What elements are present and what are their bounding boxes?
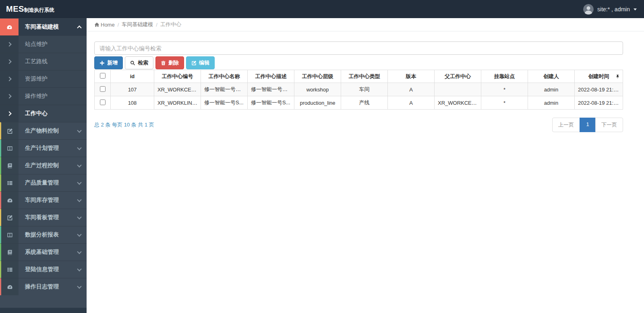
- search-input[interactable]: [94, 41, 623, 55]
- cell: *: [481, 96, 528, 110]
- user-menu[interactable]: site:* , admin: [576, 0, 644, 18]
- col-header-name[interactable]: 工作中心名称: [201, 70, 248, 83]
- chevron-up-icon: [77, 25, 81, 30]
- sidebar-item-data-analysis-reports[interactable]: 数据分析报表: [0, 226, 87, 243]
- sidebar-item-label: 生产物料控制: [25, 127, 78, 135]
- search-button-label: 检索: [138, 59, 148, 66]
- cell: A: [388, 96, 435, 110]
- breadcrumb-home-link[interactable]: Home: [94, 22, 115, 28]
- col-header-station[interactable]: 挂靠站点: [481, 70, 528, 83]
- chevron-right-icon: [0, 70, 19, 87]
- col-header-desc[interactable]: 工作中心描述: [248, 70, 294, 83]
- sidebar-item-production-plan-management[interactable]: 生产计划管理: [0, 139, 87, 157]
- search-button[interactable]: 检索: [125, 56, 153, 69]
- table-row[interactable]: 107 XR_WORKCEN... 修一智能一号车间 修一智能一号车间 work…: [95, 83, 623, 96]
- subitem-label: 资源维护: [25, 75, 81, 83]
- main-content: Home / 车间基础建模 / 工作中心 新增 检索 删除: [87, 18, 644, 313]
- chevron-right-icon: [0, 36, 19, 53]
- chevron-down-icon: [77, 215, 81, 219]
- toolbar: 新增 检索 删除 编辑: [94, 56, 623, 69]
- cell: 车间: [341, 83, 388, 96]
- cell: admin: [528, 96, 575, 110]
- avatar: [583, 4, 594, 15]
- app-window: MES制造执行系统 site:* , admin 车间基础建模: [0, 0, 644, 313]
- sidebar-item-label: 操作日志管理: [25, 283, 78, 290]
- sidebar-menu: 车间基础建模 站点维护 工艺路线 资源维护 操作维护: [0, 18, 87, 295]
- book-icon: [1, 244, 19, 261]
- app-logo: MES制造执行系统: [0, 4, 87, 14]
- cell: 108: [111, 96, 154, 110]
- sidebar-item-workshop-kanban-management[interactable]: 车间看板管理: [0, 209, 87, 226]
- sidebar-item-system-base-management[interactable]: 系统基础管理: [0, 243, 87, 261]
- cell: [435, 83, 481, 96]
- cell: [95, 96, 111, 110]
- sidebar-subitem-process-route[interactable]: 工艺路线: [0, 53, 87, 70]
- chevron-down-icon: [77, 128, 81, 133]
- sidebar-bottom-strip: [0, 308, 87, 313]
- table-row[interactable]: 108 XR_WORKLINE... 修一智能一号S... 修一智能一号S...…: [95, 96, 623, 110]
- cell: *: [481, 83, 528, 96]
- delete-button[interactable]: 删除: [155, 56, 184, 69]
- sidebar-subitem-operation-maintenance[interactable]: 操作维护: [0, 87, 87, 105]
- cell: 产线: [341, 96, 388, 110]
- row-checkbox[interactable]: [100, 86, 106, 92]
- col-header-version[interactable]: 版本: [388, 70, 435, 83]
- sidebar-item-login-info-management[interactable]: 登陆信息管理: [0, 261, 87, 278]
- edit-button[interactable]: 编辑: [186, 56, 215, 69]
- cell: A: [388, 83, 435, 96]
- col-header-level[interactable]: 工作中心层级: [294, 70, 341, 83]
- row-checkbox[interactable]: [100, 99, 106, 105]
- sidebar-subitem-station-maintenance[interactable]: 站点维护: [0, 35, 87, 53]
- breadcrumb-section-link[interactable]: 车间基础建模: [122, 21, 153, 28]
- select-all-checkbox[interactable]: [100, 73, 106, 79]
- pagination-summary[interactable]: 总 2 条 每页 10 条 共 1 页: [94, 121, 154, 129]
- pagination: 总 2 条 每页 10 条 共 1 页 上一页 1 下一页: [94, 118, 623, 132]
- plus-icon: [99, 60, 105, 66]
- sidebar-item-product-quality-management[interactable]: 产品质量管理: [0, 174, 87, 191]
- col-header-created[interactable]: 创建时间: [575, 70, 623, 83]
- chevron-down-icon: [77, 197, 81, 202]
- subitem-label: 操作维护: [25, 93, 81, 100]
- cell: 2022-08-19 21:1...: [575, 83, 623, 96]
- col-header-id[interactable]: id: [111, 70, 154, 83]
- add-button[interactable]: 新增: [94, 56, 123, 69]
- brand-bold: MES: [6, 4, 24, 13]
- sidebar-subitem-work-center[interactable]: 工作中心: [0, 105, 87, 122]
- page-1-button[interactable]: 1: [580, 118, 596, 132]
- subitem-label: 站点维护: [25, 41, 81, 48]
- sidebar-item-workshop-base-modeling[interactable]: 车间基础建模: [0, 18, 87, 35]
- sidebar-item-operation-log-management[interactable]: 操作日志管理: [0, 278, 87, 295]
- list-icon: [1, 174, 19, 191]
- sidebar: 车间基础建模 站点维护 工艺路线 资源维护 操作维护: [0, 18, 87, 313]
- col-header-creator[interactable]: 创建人: [528, 70, 575, 83]
- cell: workshop: [294, 83, 341, 96]
- col-header-type[interactable]: 工作中心类型: [341, 70, 388, 83]
- sidebar-item-label: 产品质量管理: [25, 179, 78, 187]
- sidebar-item-workshop-inventory-management[interactable]: 车间库存管理: [0, 191, 87, 209]
- sidebar-item-label: 登陆信息管理: [25, 266, 78, 273]
- sidebar-item-label: 车间看板管理: [25, 214, 78, 221]
- col-header-parent[interactable]: 父工作中心: [435, 70, 481, 83]
- cell: XR_WORKCEN...: [154, 83, 201, 96]
- edit-square-icon: [1, 122, 19, 139]
- cell: 修一智能一号S...: [201, 96, 248, 110]
- sidebar-item-label: 系统基础管理: [25, 249, 78, 256]
- sidebar-item-production-material-control[interactable]: 生产物料控制: [0, 122, 87, 139]
- sidebar-subitem-resource-maintenance[interactable]: 资源维护: [0, 70, 87, 87]
- breadcrumb-separator: /: [118, 22, 119, 28]
- chevron-down-icon: [77, 284, 81, 288]
- col-header-code[interactable]: 工作中心编号: [154, 70, 201, 83]
- edit-square-icon: [1, 209, 19, 226]
- chevron-down-icon: [77, 249, 81, 254]
- subitem-label: 工艺路线: [25, 58, 81, 65]
- pin-icon: [615, 74, 620, 79]
- gauge-icon: [1, 278, 19, 295]
- next-page-button[interactable]: 下一页: [595, 118, 623, 132]
- trash-icon: [161, 60, 166, 66]
- cell: 修一智能一号车间: [201, 83, 248, 96]
- prev-page-button[interactable]: 上一页: [552, 118, 580, 132]
- book-icon: [1, 157, 19, 174]
- sidebar-item-production-process-control[interactable]: 生产过程控制: [0, 157, 87, 174]
- search-icon: [130, 60, 135, 66]
- sidebar-item-label: 生产过程控制: [25, 162, 78, 169]
